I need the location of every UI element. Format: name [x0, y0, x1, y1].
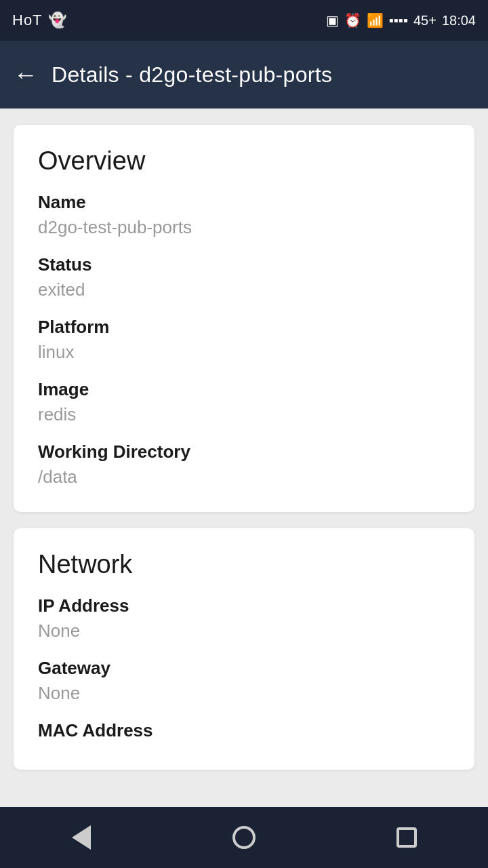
network-ip-label: IP Address	[38, 595, 450, 616]
overview-name-value: d2go-test-pub-ports	[38, 217, 450, 238]
network-gateway-row: Gateway None	[38, 658, 450, 704]
overview-status-value: exited	[38, 279, 450, 300]
time-label: 18:04	[442, 13, 476, 28]
alarm-icon: ⏰	[344, 12, 361, 28]
overview-workdir-value: /data	[38, 467, 450, 488]
nav-recents-button[interactable]	[386, 817, 427, 858]
nav-home-button[interactable]	[224, 817, 264, 858]
app-bar-title: Details - d2go-test-pub-ports	[52, 62, 332, 87]
device-icon: ▣	[326, 12, 339, 28]
overview-name-label: Name	[38, 192, 450, 213]
overview-name-row: Name d2go-test-pub-ports	[38, 192, 450, 238]
signal-icon: ▪▪▪▪	[389, 13, 408, 28]
network-gateway-value: None	[38, 683, 450, 704]
overview-platform-value: linux	[38, 342, 450, 363]
overview-image-label: Image	[38, 379, 450, 400]
content-area: Overview Name d2go-test-pub-ports Status…	[0, 108, 488, 807]
overview-platform-row: Platform linux	[38, 317, 450, 363]
overview-image-value: redis	[38, 404, 450, 425]
network-mac-label: MAC Address	[38, 720, 450, 741]
overview-card: Overview Name d2go-test-pub-ports Status…	[14, 125, 474, 512]
overview-workdir-row: Working Directory /data	[38, 441, 450, 488]
overview-platform-label: Platform	[38, 317, 450, 338]
network-card: Network IP Address None Gateway None MAC…	[14, 528, 474, 770]
back-triangle-icon	[72, 825, 91, 850]
battery-label: 45+	[413, 13, 436, 28]
carrier-label: HoT	[12, 12, 43, 29]
snapchat-icon: 👻	[48, 12, 67, 29]
overview-workdir-label: Working Directory	[38, 441, 450, 462]
network-ip-value: None	[38, 620, 450, 642]
network-ip-row: IP Address None	[38, 595, 450, 642]
network-gateway-label: Gateway	[38, 658, 450, 679]
overview-status-label: Status	[38, 254, 450, 275]
wifi-icon: 📶	[367, 12, 384, 28]
recents-square-icon	[396, 827, 417, 848]
bottom-nav	[0, 807, 488, 868]
overview-status-row: Status exited	[38, 254, 450, 300]
status-bar: HoT 👻 ▣ ⏰ 📶 ▪▪▪▪ 45+ 18:04	[0, 0, 488, 41]
overview-image-row: Image redis	[38, 379, 450, 425]
back-button[interactable]: ←	[14, 62, 38, 87]
app-bar: ← Details - d2go-test-pub-ports	[0, 41, 488, 108]
status-bar-right: ▣ ⏰ 📶 ▪▪▪▪ 45+ 18:04	[326, 12, 476, 28]
overview-title: Overview	[38, 146, 450, 176]
home-circle-icon	[232, 826, 256, 849]
nav-back-button[interactable]	[61, 817, 102, 858]
network-title: Network	[38, 550, 450, 579]
status-bar-left: HoT 👻	[12, 12, 67, 29]
network-mac-row: MAC Address	[38, 720, 450, 741]
